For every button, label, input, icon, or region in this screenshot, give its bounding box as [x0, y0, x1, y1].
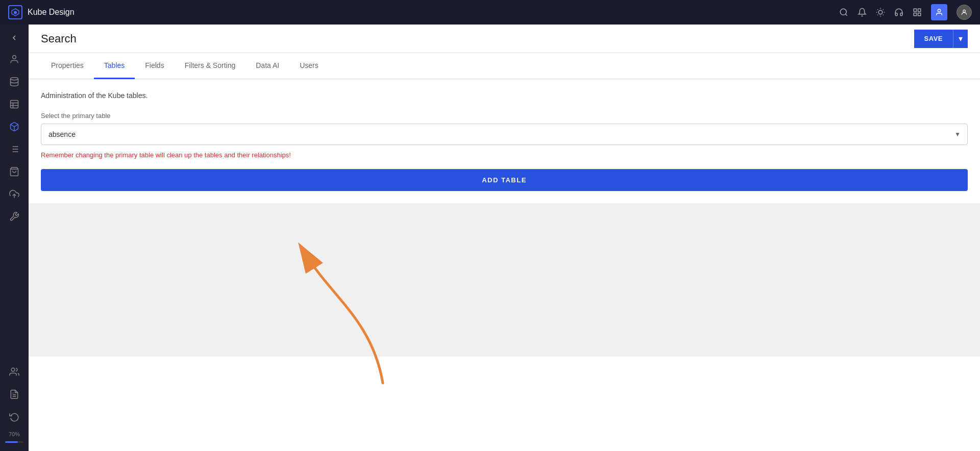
- svg-line-11: [877, 15, 878, 15]
- app-logo[interactable]: Kube Design: [8, 5, 75, 19]
- sidebar-item-cube[interactable]: [4, 116, 24, 137]
- user-nav-icon[interactable]: [931, 4, 947, 20]
- zoom-bar-container: [5, 441, 23, 443]
- navbar-icons: [839, 4, 972, 20]
- svg-point-17: [938, 9, 940, 12]
- primary-table-label: Select the primary table: [41, 112, 968, 120]
- sun-icon[interactable]: [876, 8, 885, 17]
- svg-line-7: [877, 9, 878, 10]
- tab-tables[interactable]: Tables: [94, 53, 135, 79]
- svg-rect-13: [914, 9, 916, 11]
- logo-icon: [8, 5, 22, 19]
- sidebar-item-table[interactable]: [4, 94, 24, 114]
- search-nav-icon[interactable]: [839, 8, 848, 17]
- page-title: Search: [41, 32, 77, 45]
- zoom-level: 70%: [9, 429, 20, 439]
- grid-icon[interactable]: [913, 8, 922, 17]
- sidebar-item-tools[interactable]: [4, 206, 24, 227]
- sidebar-item-notes[interactable]: [4, 384, 24, 405]
- bell-icon[interactable]: [857, 8, 867, 17]
- save-button-group: SAVE ▾: [914, 30, 968, 48]
- sidebar-item-list[interactable]: [4, 139, 24, 159]
- svg-rect-14: [918, 9, 921, 11]
- svg-rect-21: [11, 101, 18, 108]
- tab-description: Administration of the Kube tables.: [41, 91, 968, 100]
- svg-point-18: [963, 10, 966, 12]
- svg-point-2: [840, 9, 846, 15]
- main-content: Search SAVE ▾ Properties Tables Fields F…: [29, 25, 980, 451]
- svg-line-3: [845, 14, 847, 15]
- warning-text: Remember changing the primary table will…: [41, 151, 968, 159]
- svg-rect-16: [914, 13, 916, 16]
- tab-properties[interactable]: Properties: [41, 53, 94, 79]
- sidebar-item-undo[interactable]: [4, 407, 24, 427]
- svg-point-20: [11, 78, 18, 80]
- top-navbar: Kube Design: [0, 0, 980, 25]
- add-table-button[interactable]: ADD TABLE: [41, 169, 968, 191]
- sidebar-back-button[interactable]: [5, 29, 23, 47]
- sidebar-item-users[interactable]: [4, 49, 24, 69]
- svg-point-4: [878, 10, 883, 14]
- svg-marker-1: [14, 11, 17, 14]
- tab-data-ai[interactable]: Data AI: [246, 53, 289, 79]
- primary-table-select-wrapper: absence ▼: [41, 124, 968, 145]
- save-button[interactable]: SAVE: [914, 30, 953, 48]
- sidebar-item-admin[interactable]: [4, 362, 24, 382]
- sidebar: 70%: [0, 25, 29, 451]
- svg-point-19: [13, 56, 16, 59]
- gray-background-area: [29, 203, 980, 357]
- svg-point-34: [11, 368, 15, 372]
- sidebar-item-bag[interactable]: [4, 161, 24, 182]
- content-area: Properties Tables Fields Filters & Sorti…: [29, 53, 980, 451]
- svg-line-8: [883, 15, 884, 15]
- save-dropdown-button[interactable]: ▾: [953, 30, 968, 48]
- sidebar-item-export[interactable]: [4, 184, 24, 204]
- tab-filters-sorting[interactable]: Filters & Sorting: [175, 53, 246, 79]
- page-header: Search SAVE ▾: [29, 25, 980, 53]
- zoom-bar: [5, 441, 18, 443]
- app-name: Kube Design: [28, 8, 75, 17]
- tab-fields[interactable]: Fields: [135, 53, 174, 79]
- avatar[interactable]: [957, 5, 972, 20]
- headset-icon[interactable]: [894, 8, 903, 17]
- svg-rect-15: [918, 13, 921, 16]
- svg-line-12: [883, 9, 884, 10]
- tables-tab-content: Administration of the Kube tables. Selec…: [29, 79, 980, 203]
- sidebar-item-database[interactable]: [4, 72, 24, 92]
- tabs-bar: Properties Tables Fields Filters & Sorti…: [29, 53, 980, 79]
- tab-users[interactable]: Users: [289, 53, 329, 79]
- primary-table-select[interactable]: absence: [41, 124, 968, 145]
